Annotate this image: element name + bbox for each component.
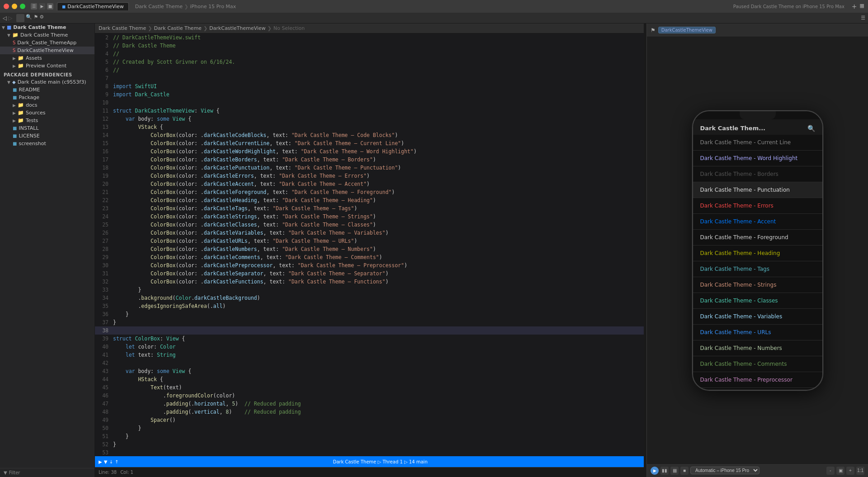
list-item[interactable]: Dark Castle Theme - Foreground bbox=[693, 230, 822, 246]
close-button[interactable] bbox=[4, 4, 9, 9]
active-tab[interactable]: ◼ DarkCastleThemeView bbox=[57, 2, 129, 10]
file-icon: ■ bbox=[13, 133, 17, 138]
code-line: 45 Text(text) bbox=[95, 383, 644, 392]
line-info: Line: 38 bbox=[99, 470, 117, 475]
view-label: DarkCastleThemeView bbox=[658, 27, 716, 33]
back-button[interactable]: ◁ bbox=[3, 15, 7, 21]
list-item[interactable]: Dark Castle Theme - URLs bbox=[693, 325, 822, 340]
sidebar-item-preview-content[interactable]: ▶ 📁 Preview Content bbox=[0, 62, 94, 70]
step-into-icon[interactable]: ↓ bbox=[109, 459, 113, 464]
breadcrumb-item-2[interactable]: Dark Castle Theme bbox=[154, 25, 202, 31]
sidebar-item-screenshot[interactable]: ■ screenshot bbox=[0, 140, 94, 147]
preview-bottom-bar: ▶ ▮▮ ▦ ■ Automatic – iPhone 15 Pro - ▣ +… bbox=[647, 463, 868, 477]
list-item[interactable]: Dark Castle Theme - Heading bbox=[693, 246, 822, 261]
sidebar-item-package[interactable]: ■ Package bbox=[0, 94, 94, 101]
folder-label: Assets bbox=[26, 55, 42, 61]
minimize-button[interactable] bbox=[12, 4, 17, 9]
code-line: 41 let text: String bbox=[95, 351, 644, 359]
search-icon[interactable]: 🔍 bbox=[26, 14, 32, 22]
pause-btn[interactable]: ▮▮ bbox=[660, 467, 669, 475]
bookmark-icon[interactable]: ⚑ bbox=[33, 14, 38, 22]
list-item[interactable]: Dark Castle Theme - Numbers bbox=[693, 340, 822, 356]
step-over-icon[interactable]: ▼ bbox=[104, 459, 108, 464]
list-item-selected[interactable]: Dark Castle Theme - Punctuation bbox=[693, 182, 822, 198]
fullscreen-button[interactable] bbox=[20, 4, 25, 9]
add-button[interactable]: + bbox=[852, 3, 857, 10]
phone-screen[interactable]: Dark Castle Them... 🔍 Dark Castle Theme … bbox=[693, 111, 822, 390]
list-item[interactable]: Dark Castle Theme - Classes bbox=[693, 293, 822, 309]
list-item[interactable]: Dark Castle Theme - Comments bbox=[693, 356, 822, 372]
sidebar-item-docs[interactable]: ▶ 📁 docs bbox=[0, 101, 94, 109]
list-item[interactable]: Dark Castle Theme - Tags bbox=[693, 261, 822, 277]
sidebar-item-license[interactable]: ■ LICENSE bbox=[0, 132, 94, 140]
list-item[interactable]: Dark Castle Theme - Borders bbox=[693, 166, 822, 182]
sidebar-item-readme[interactable]: ■ README bbox=[0, 86, 94, 94]
sidebar-item-project[interactable]: ▼ ■ Dark Castle Theme bbox=[0, 24, 94, 31]
code-line: 3 // Dark Castle Theme bbox=[95, 42, 644, 50]
zoom-out-btn[interactable]: - bbox=[826, 467, 835, 475]
device-selector[interactable]: Automatic – iPhone 15 Pro bbox=[690, 467, 760, 474]
list-item-label: Dark Castle Theme - URLs bbox=[700, 329, 771, 335]
code-line: 11 struct DarkCastleThemeView: View { bbox=[95, 107, 644, 115]
project-icon: ■ bbox=[7, 24, 11, 30]
sidebar-item-tests[interactable]: ▶ 📁 Tests bbox=[0, 117, 94, 124]
step-out-icon[interactable]: ↑ bbox=[115, 459, 118, 464]
breadcrumb-item-3[interactable]: DarkCastleThemeView bbox=[209, 25, 265, 31]
breadcrumb-sep-1: ❯ bbox=[148, 25, 152, 31]
folder-icon: 📁 bbox=[18, 55, 24, 61]
forward-button[interactable]: ▷ bbox=[8, 15, 12, 21]
live-preview-btn[interactable]: ▶ bbox=[651, 467, 659, 475]
zoom-actual-btn[interactable]: 1:1 bbox=[856, 467, 864, 475]
breadcrumb-item-1[interactable]: Dark Castle Theme bbox=[99, 25, 146, 31]
list-item[interactable]: Dark Castle Theme - Errors bbox=[693, 198, 822, 214]
sidebar-item-assets[interactable]: ▶ 📁 Assets bbox=[0, 54, 94, 62]
list-item[interactable]: Dark Castle Theme - Accent bbox=[693, 214, 822, 230]
sidebar-item-dark-castle-main[interactable]: ▼ ◆ Dark Castle main (c9553f3) bbox=[0, 78, 94, 86]
file-icon: ■ bbox=[13, 87, 17, 92]
group-label: Dark Castle Theme bbox=[20, 32, 68, 38]
run-button[interactable]: ▶ bbox=[39, 3, 45, 9]
list-item[interactable]: Dark Castle Theme - Preprocessor bbox=[693, 372, 822, 388]
code-line: 50 } bbox=[95, 424, 644, 432]
list-item[interactable]: Dark Castle Theme - Strings bbox=[693, 277, 822, 293]
project-label: Dark Castle Theme bbox=[13, 24, 66, 30]
zoom-fit-btn[interactable]: ▣ bbox=[836, 467, 844, 475]
folder-label: docs bbox=[26, 102, 38, 108]
settings-icon[interactable]: ⚙ bbox=[39, 14, 44, 22]
list-item[interactable]: Dark Castle Theme - Separator bbox=[693, 388, 822, 390]
code-line: 46 .foregroundColor(color) bbox=[95, 392, 644, 400]
inspect-btn[interactable]: ▦ bbox=[670, 467, 679, 475]
breadcrumb: Dark Castle Theme ❯ Dark Castle Theme ❯ … bbox=[95, 24, 644, 33]
environment-btn[interactable]: ■ bbox=[680, 467, 689, 475]
preview-controls: ▶ ▮▮ ▦ ■ bbox=[651, 467, 689, 475]
sidebar-item-sources[interactable]: ▶ 📁 Sources bbox=[0, 109, 94, 117]
stop-button[interactable]: ■ bbox=[47, 3, 53, 9]
code-line: 30 ColorBox(color: .darkCastlePreprocess… bbox=[95, 261, 644, 269]
list-item-label: Dark Castle Theme - Borders bbox=[700, 171, 778, 177]
code-line: 13 VStack { bbox=[95, 123, 644, 131]
list-item[interactable]: Dark Castle Theme - Word Highlight bbox=[693, 151, 822, 166]
code-line: 7 bbox=[95, 74, 644, 82]
code-line: 24 ColorBox(color: .darkCastleStrings, t… bbox=[95, 213, 644, 221]
list-item[interactable]: Dark Castle Theme - Current Line bbox=[693, 135, 822, 151]
sidebar-item-install[interactable]: ■ INSTALL bbox=[0, 124, 94, 132]
list-item-label: Dark Castle Theme - Numbers bbox=[700, 345, 782, 351]
inspector-toggle[interactable]: ☰ bbox=[861, 15, 865, 21]
list-item[interactable]: Dark Castle Theme - Variables bbox=[693, 309, 822, 325]
list-item-label: Dark Castle Theme - Foreground bbox=[700, 234, 788, 241]
breadcrumb-item-4: No Selection bbox=[274, 25, 305, 31]
sidebar-item-dark-castle-theme[interactable]: ▼ 📁 Dark Castle Theme bbox=[0, 31, 94, 39]
folder-icon: 📁 bbox=[12, 32, 19, 38]
file-icon: S bbox=[13, 40, 15, 45]
zoom-in-btn[interactable]: + bbox=[846, 467, 854, 475]
grid-icon[interactable] bbox=[16, 14, 24, 22]
file-label: README bbox=[19, 87, 40, 93]
sidebar-item-app[interactable]: S Dark_Castle_ThemeApp bbox=[0, 39, 94, 47]
sidebar-item-themeview[interactable]: S DarkCastleThemeView bbox=[0, 47, 94, 54]
code-editor[interactable]: 2 // DarkCastleThemeView.swift 3 // Dark… bbox=[95, 33, 644, 456]
phone-search-icon[interactable]: 🔍 bbox=[807, 125, 815, 132]
pin-icon[interactable]: ⚑ bbox=[651, 27, 656, 33]
sidebar-toggle-icon[interactable]: ☰ bbox=[31, 3, 37, 9]
split-editor-icon[interactable]: ▦ bbox=[860, 3, 864, 10]
play-icon[interactable]: ▶ bbox=[99, 459, 102, 464]
